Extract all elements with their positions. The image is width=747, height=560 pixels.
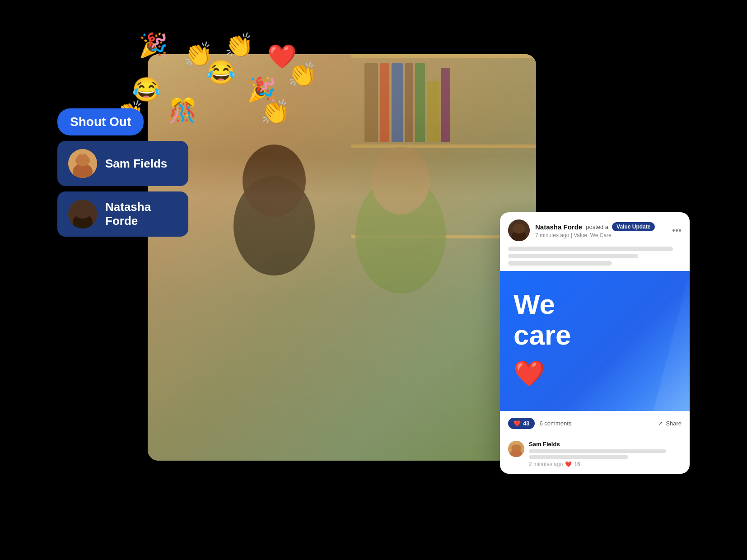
post-footer: ❤️ 43 6 comments ↗ Share [500,411,690,435]
comment-body: Sam Fields 2 minutes ago ❤️ 16 [529,441,682,467]
avatar-sam [68,149,97,178]
value-badge: Value Update [612,222,655,231]
emoji-clap-4: 👏 [261,98,290,126]
svg-point-20 [77,205,89,218]
more-options-icon[interactable]: ••• [672,225,682,236]
post-card: Natasha Forde posted a Value Update 7 mi… [500,212,690,474]
svg-point-18 [78,154,87,165]
comment-avatar-sam [508,441,524,457]
svg-point-14 [371,147,430,215]
post-avatar-natasha [508,219,530,241]
comment-line-2 [529,455,628,459]
comment-reaction-count: 16 [574,461,580,467]
svg-point-12 [243,145,306,217]
shout-out-button[interactable]: Shout Out [57,108,144,135]
comment-reaction-emoji: ❤️ [565,461,572,467]
svg-rect-4 [364,63,378,142]
share-label: Share [666,420,682,427]
svg-rect-0 [148,54,536,461]
svg-rect-8 [415,63,425,142]
svg-rect-7 [405,63,413,142]
svg-rect-9 [427,81,439,142]
user-name-sam: Sam Fields [105,157,167,171]
comments-count: 6 comments [539,420,654,427]
share-button[interactable]: ↗ Share [658,420,682,427]
posted-text: posted a [586,224,608,230]
user-card-sam: Sam Fields [57,141,188,186]
comment-row: Sam Fields 2 minutes ago ❤️ 16 [500,435,690,474]
emoji-clap-3: 👏 [288,61,317,89]
post-text-lines [500,247,690,271]
svg-point-27 [513,443,520,452]
heart-emoji-large: ❤️ [514,359,676,388]
reaction-count: 43 [523,420,529,427]
emoji-laugh-2: 😂 [206,59,236,86]
post-info: Natasha Forde posted a Value Update 7 mi… [535,222,667,238]
comment-line-1 [529,449,666,453]
emoji-clap-2: 👏 [224,32,254,59]
post-meta-row: Natasha Forde posted a Value Update [535,222,667,231]
svg-rect-5 [380,63,389,142]
post-header: Natasha Forde posted a Value Update 7 mi… [500,212,690,247]
user-card-natasha: Natasha Forde [57,191,188,237]
left-panel: Shout Out Sam Fields [57,108,188,237]
svg-point-24 [514,223,523,234]
comment-lines [529,449,682,459]
svg-rect-2 [351,145,536,148]
svg-rect-6 [392,63,403,142]
text-line-3 [508,261,612,266]
we-care-banner: Wecare ❤️ [500,271,690,411]
svg-point-22 [79,206,87,216]
share-icon: ↗ [658,420,663,427]
emoji-party: 🎉 [139,32,168,59]
user-name-natasha: Natasha Forde [105,200,177,228]
comment-meta: 2 minutes ago ❤️ 16 [529,461,682,467]
commenter-name: Sam Fields [529,441,682,448]
svg-rect-10 [441,68,450,142]
reaction-emoji: ❤️ [514,420,521,427]
text-line-2 [508,254,638,258]
avatar-natasha [68,200,97,229]
we-care-text: Wecare [514,289,676,350]
main-photo [148,54,536,461]
comment-time: 2 minutes ago [529,461,563,467]
text-line-1 [508,247,673,251]
post-time: 7 minutes ago | Value: We Care [535,232,667,238]
reaction-badge: ❤️ 43 [508,418,535,429]
svg-rect-1 [351,54,536,58]
poster-name: Natasha Forde [535,223,582,231]
